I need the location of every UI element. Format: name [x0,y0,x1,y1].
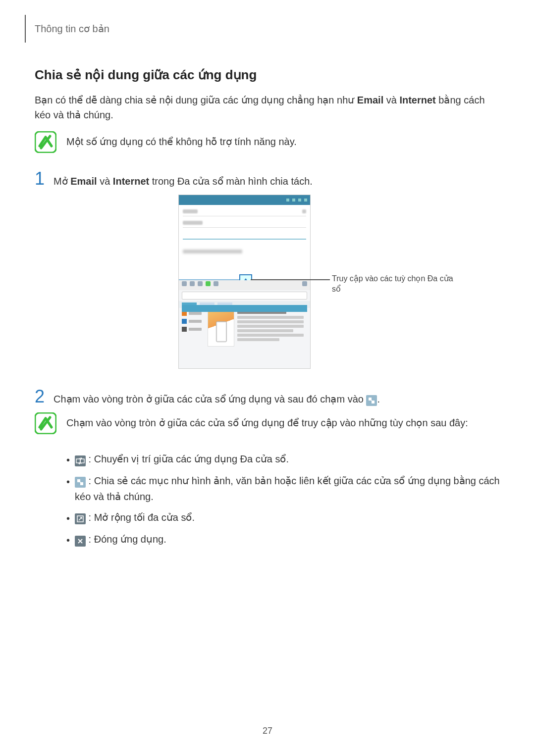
note-icon [35,131,56,155]
step-1-number: 1 [35,170,45,188]
figure-multiwindow: Truy cập vào các tuỳ chọn Đa cửa sổ [178,195,476,373]
section-title: Chia sẻ nội dung giữa các ứng dụng [35,67,500,83]
note-text-2: Chạm vào vòng tròn ở giữa các cửa sổ ứng… [66,412,468,430]
bullet-share: • : Chia sẻ các mục như hình ảnh, văn bả… [66,473,500,504]
maximize-icon [75,513,86,524]
callout-text: Truy cập vào các tuỳ chọn Đa cửa sổ [332,274,461,295]
bullet-maximize: • : Mở rộng tối đa cửa sổ. [66,509,500,526]
breadcrumb-text: Thông tin cơ bản [35,23,109,35]
step-1: 1 Mở Email và Internet trong Đa cửa sổ m… [35,170,500,189]
drag-share-icon [75,477,86,488]
device-screenshot [178,195,311,369]
bullet-list: • : Chuyển vị trí giữa các ứng dụng Đa c… [66,451,500,548]
step-1-text: Mở Email và Internet trong Đa cửa sổ màn… [54,170,313,189]
swap-windows-icon [75,455,86,466]
note-box-2: Chạm vào vòng tròn ở giữa các cửa sổ ứng… [35,412,500,436]
close-icon [75,536,86,547]
svg-rect-4 [76,459,80,463]
bullet-swap: • : Chuyển vị trí giữa các ứng dụng Đa c… [66,451,500,468]
note-icon [35,412,56,436]
page-number: 27 [0,726,535,736]
callout-line [251,279,330,280]
step-2: 2 Chạm vào vòng tròn ở giữa các cửa sổ ứ… [35,388,500,406]
breadcrumb: Thông tin cơ bản [25,15,500,43]
drag-share-icon [366,395,377,406]
intro-paragraph: Bạn có thể dễ dàng chia sẻ nội dung giữa… [35,93,500,122]
step-2-number: 2 [35,388,45,405]
svg-rect-5 [80,459,84,463]
note-box-1: Một số ứng dụng có thể không hỗ trợ tính… [35,131,500,155]
step-2-text: Chạm vào vòng tròn ở giữa các cửa sổ ứng… [54,388,380,406]
bullet-close: • : Đóng ứng dụng. [66,531,500,548]
note-text-1: Một số ứng dụng có thể không hỗ trợ tính… [66,131,297,149]
